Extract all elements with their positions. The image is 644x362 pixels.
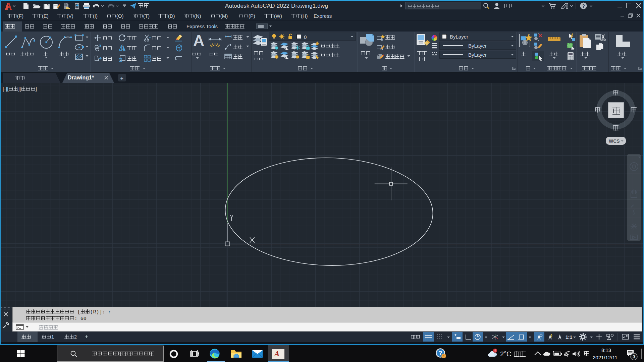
svg-text:!: !	[443, 354, 444, 358]
svg-text:?: ?	[582, 3, 585, 9]
svg-text:3: 3	[633, 354, 635, 359]
